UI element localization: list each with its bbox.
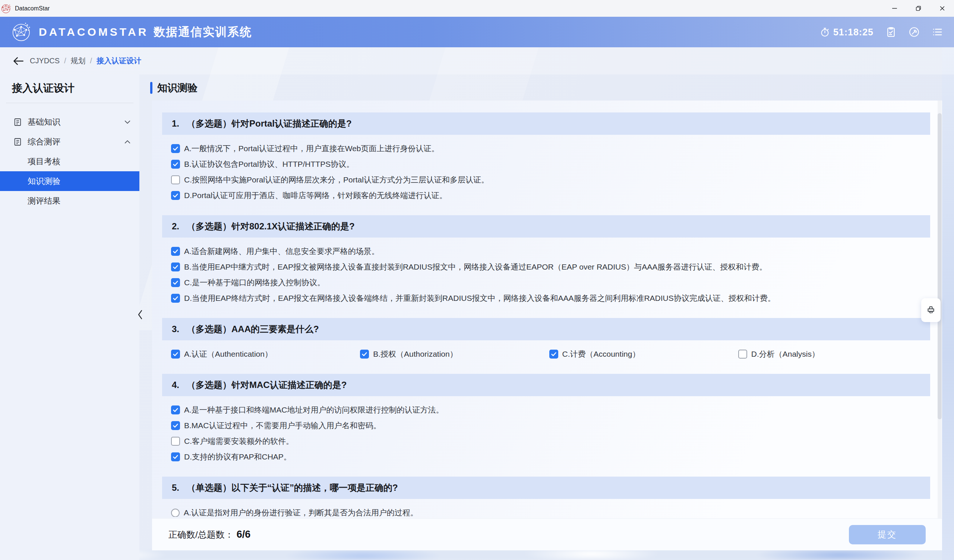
checkbox-checked[interactable] bbox=[171, 263, 180, 271]
option-row[interactable]: C.客户端需要安装额外的软件。 bbox=[171, 436, 927, 446]
option-row[interactable]: D.当使用EAP终结方式时，EAP报文在网络接入设备端终结，并重新封装到RADI… bbox=[171, 293, 927, 303]
option-group: A.一般情况下，Portal认证过程中，用户直接在Web页面上进行身份认证。B.… bbox=[171, 144, 927, 200]
checkbox-checked[interactable] bbox=[171, 453, 180, 461]
breadcrumb-item-planning[interactable]: 规划 bbox=[71, 56, 86, 66]
question-text: （单选题）以下关于“认证”的描述，哪一项是正确的? bbox=[187, 482, 398, 494]
option-row[interactable]: A.认证（Authentication） bbox=[171, 349, 360, 359]
option-row[interactable]: A.一般情况下，Portal认证过程中，用户直接在Web页面上进行身份认证。 bbox=[171, 144, 927, 153]
option-row[interactable]: D.支持的协议有PAP和CHAP。 bbox=[171, 452, 927, 462]
checkbox-checked[interactable] bbox=[171, 144, 180, 153]
sidebar-nav: 基础知识 综合测评 项目考核 知识测验 测评结果 bbox=[0, 112, 139, 211]
question-4: 4.（多选题）针对MAC认证描述正确的是?A.是一种基于接口和终端MAC地址对用… bbox=[152, 374, 942, 462]
option-label: B.当使用EAP中继方式时，EAP报文被网络接入设备直接封装到RADIUS报文中… bbox=[184, 262, 767, 272]
checkbox-unchecked[interactable] bbox=[738, 350, 747, 359]
brand-wordmark: DATACOMSTAR bbox=[39, 26, 148, 38]
question-header: 4.（多选题）针对MAC认证描述正确的是? bbox=[162, 374, 930, 396]
question-2: 2.（多选题）针对802.1X认证描述正确的是?A.适合新建网络、用户集中、信息… bbox=[152, 215, 942, 303]
option-label: C.客户端需要安装额外的软件。 bbox=[184, 436, 294, 446]
breadcrumb-item-root[interactable]: CJYDCS bbox=[30, 57, 60, 65]
checkbox-checked[interactable] bbox=[171, 160, 180, 169]
checkbox-checked[interactable] bbox=[171, 247, 180, 256]
question-header: 1.（多选题）针对Portal认证描述正确的是? bbox=[162, 112, 930, 135]
question-text: （多选题）针对Portal认证描述正确的是? bbox=[187, 118, 352, 129]
document-icon bbox=[13, 118, 22, 127]
checkbox-checked[interactable] bbox=[549, 350, 558, 359]
option-row[interactable]: A.适合新建网络、用户集中、信息安全要求严格的场景。 bbox=[171, 246, 927, 256]
option-row[interactable]: C.按照网络中实施Poral认证的网络层次来分，Portal认证方式分为三层认证… bbox=[171, 175, 927, 185]
option-row[interactable]: D.分析（Analysis） bbox=[738, 349, 927, 359]
bg-bottom-blur bbox=[0, 550, 954, 560]
question-3: 3.（多选题）AAA的三要素是什么?A.认证（Authentication）B.… bbox=[152, 318, 942, 359]
score-summary: 正确数/总题数： 6/6 bbox=[168, 529, 251, 541]
option-row[interactable]: C.计费（Accounting） bbox=[549, 349, 738, 359]
option-label: A.一般情况下，Portal认证过程中，用户直接在Web页面上进行身份认证。 bbox=[184, 143, 440, 154]
section-header: 知识测验 bbox=[150, 81, 198, 95]
option-row[interactable]: D.Portal认证可应用于酒店、咖啡店等网络，针对顾客的无线终端进行认证。 bbox=[171, 191, 927, 200]
bg-right-band bbox=[942, 47, 954, 560]
timer-value: 51:18:25 bbox=[833, 27, 873, 37]
sidebar-item-label: 项目考核 bbox=[28, 156, 60, 167]
sidebar-item-results[interactable]: 测评结果 bbox=[0, 191, 139, 211]
stopwatch-icon bbox=[820, 27, 830, 37]
exam-timer: 51:18:25 bbox=[820, 27, 873, 37]
option-label: C.是一种基于端口的网络接入控制协议。 bbox=[184, 277, 325, 288]
sidebar-item-knowledge-quiz[interactable]: 知识测验 bbox=[0, 171, 139, 191]
window-title: DatacomStar bbox=[15, 5, 50, 12]
sidebar-item-basics[interactable]: 基础知识 bbox=[0, 112, 139, 132]
checkbox-checked[interactable] bbox=[171, 278, 180, 287]
option-row[interactable]: B.当使用EAP中继方式时，EAP报文被网络接入设备直接封装到RADIUS报文中… bbox=[171, 262, 927, 272]
option-row[interactable]: C.是一种基于端口的网络接入控制协议。 bbox=[171, 278, 927, 288]
option-label: A.认证是指对用户的身份进行验证，判断其是否为合法用户的过程。 bbox=[184, 508, 418, 517]
sidebar-item-label: 基础知识 bbox=[28, 117, 60, 128]
question-list: 1.（多选题）针对Portal认证描述正确的是?A.一般情况下，Portal认证… bbox=[152, 112, 942, 517]
brand-globe-icon bbox=[11, 22, 32, 42]
checkbox-unchecked[interactable] bbox=[171, 437, 180, 446]
option-label: C.按照网络中实施Poral认证的网络层次来分，Portal认证方式分为三层认证… bbox=[184, 175, 489, 185]
question-header: 3.（多选题）AAA的三要素是什么? bbox=[162, 318, 930, 340]
checkbox-checked[interactable] bbox=[171, 294, 180, 303]
report-icon[interactable] bbox=[885, 26, 896, 37]
breadcrumb-separator: / bbox=[90, 57, 92, 65]
question-number: 1. bbox=[172, 118, 179, 129]
app-name: 数据通信实训系统 bbox=[154, 24, 252, 40]
submit-button[interactable]: 提交 bbox=[849, 525, 926, 544]
app-header: DATACOMSTAR 数据通信实训系统 51:18:25 bbox=[0, 17, 954, 47]
minimize-button[interactable] bbox=[882, 0, 906, 17]
accent-bar bbox=[150, 82, 153, 94]
radio-unchecked[interactable] bbox=[171, 509, 179, 517]
question-1: 1.（多选题）针对Portal认证描述正确的是?A.一般情况下，Portal认证… bbox=[152, 112, 942, 200]
option-row[interactable]: B.MAC认证过程中，不需要用户手动输入用户名和密码。 bbox=[171, 421, 927, 431]
checkbox-checked[interactable] bbox=[171, 406, 180, 414]
tools-icon[interactable] bbox=[909, 26, 920, 37]
clean-tool-button[interactable] bbox=[921, 298, 941, 322]
question-number: 2. bbox=[172, 221, 179, 232]
quiz-footer: 正确数/总题数： 6/6 提交 bbox=[152, 518, 942, 550]
question-number: 5. bbox=[172, 482, 179, 493]
back-arrow-icon[interactable] bbox=[12, 57, 24, 65]
checkbox-checked[interactable] bbox=[360, 350, 369, 359]
menu-list-icon[interactable] bbox=[932, 26, 943, 37]
question-number: 3. bbox=[172, 324, 179, 334]
brush-clean-icon bbox=[926, 305, 936, 315]
question-5: 5.（单选题）以下关于“认证”的描述，哪一项是正确的?A.认证是指对用户的身份进… bbox=[152, 477, 942, 517]
checkbox-checked[interactable] bbox=[171, 421, 180, 430]
option-row[interactable]: B.认证协议包含Portal协议、HTTP/HTTPS协议。 bbox=[171, 159, 927, 169]
restore-button[interactable] bbox=[906, 0, 930, 17]
sidebar-item-assessment[interactable]: 综合测评 bbox=[0, 132, 139, 152]
option-row[interactable]: B.授权（Authorization） bbox=[360, 349, 549, 359]
option-row[interactable]: A.认证是指对用户的身份进行验证，判断其是否为合法用户的过程。 bbox=[171, 508, 927, 517]
scrollbar-thumb[interactable] bbox=[938, 113, 942, 419]
option-row[interactable]: A.是一种基于接口和终端MAC地址对用户的访问权限进行控制的认证方法。 bbox=[171, 405, 927, 415]
checkbox-checked[interactable] bbox=[171, 191, 180, 200]
option-group: A.认证（Authentication）B.授权（Authorization）C… bbox=[171, 349, 927, 359]
option-label: B.认证协议包含Portal协议、HTTP/HTTPS协议。 bbox=[184, 159, 354, 170]
sidebar-collapse-handle[interactable] bbox=[136, 309, 144, 320]
sidebar-item-project-exam[interactable]: 项目考核 bbox=[0, 152, 139, 171]
checkbox-unchecked[interactable] bbox=[171, 175, 180, 184]
option-label: B.MAC认证过程中，不需要用户手动输入用户名和密码。 bbox=[184, 420, 381, 431]
close-button[interactable] bbox=[930, 0, 954, 17]
os-titlebar: DatacomStar bbox=[0, 0, 954, 17]
header-actions: 51:18:25 bbox=[820, 26, 943, 37]
breadcrumb: CJYDCS / 规划 / 接入认证设计 bbox=[0, 47, 954, 75]
checkbox-checked[interactable] bbox=[171, 350, 180, 359]
